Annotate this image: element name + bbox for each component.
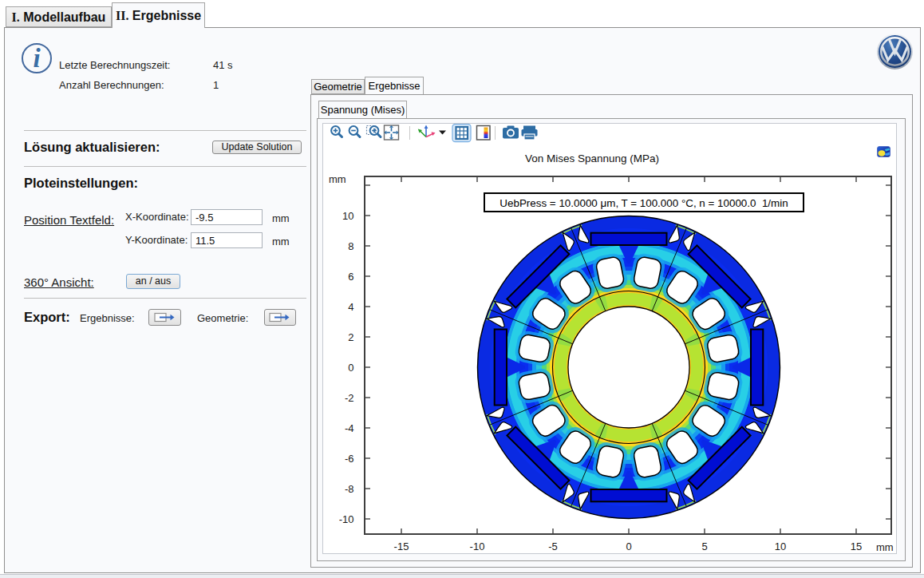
svg-text:-15: -15 — [394, 540, 409, 552]
svg-text:0: 0 — [348, 362, 353, 374]
svg-text:10: 10 — [342, 210, 353, 222]
svg-text:-10: -10 — [470, 540, 485, 552]
svg-text:4: 4 — [348, 301, 353, 313]
svg-text:2: 2 — [348, 331, 353, 343]
svg-text:0: 0 — [626, 540, 631, 552]
svg-text:5: 5 — [701, 540, 707, 552]
svg-text:-8: -8 — [345, 483, 354, 495]
svg-text:8: 8 — [348, 240, 353, 252]
svg-text:-6: -6 — [345, 453, 354, 465]
svg-text:-2: -2 — [345, 392, 354, 404]
svg-text:15: 15 — [851, 540, 862, 552]
svg-text:-5: -5 — [548, 540, 558, 552]
svg-text:10: 10 — [775, 540, 786, 552]
svg-text:-10: -10 — [339, 513, 354, 525]
svg-text:6: 6 — [348, 271, 353, 283]
svg-text:UebPress = 10.0000 μm, T = 100: UebPress = 10.0000 μm, T = 100.000 °C, n… — [500, 197, 788, 209]
svg-text:-4: -4 — [345, 422, 354, 434]
